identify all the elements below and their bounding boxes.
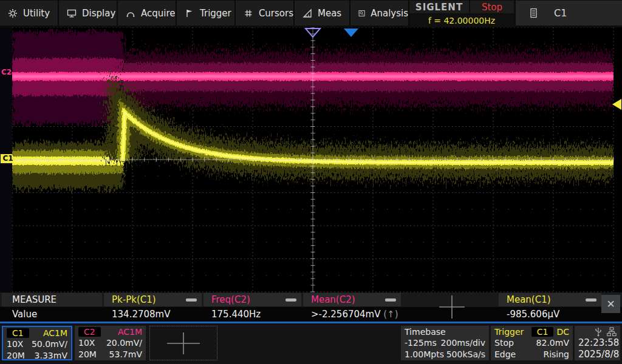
measure-title: MEASURE (2, 293, 102, 306)
trigger-status: Stop (494, 338, 514, 348)
measure-value-label: Value (12, 307, 37, 322)
timebase-delay: -125ms (405, 338, 437, 348)
flag-icon (185, 8, 194, 18)
brand-status-block: SIGLENT Stop f = 42.00000Hz (409, 1, 514, 27)
timebase-samplerate: 500kSa/s (446, 349, 485, 359)
timebase-memory: 1.00Mpts (405, 349, 444, 359)
c1-chip: C1 (7, 328, 29, 338)
c1-probe: 10X (7, 339, 23, 349)
channel-box-c1[interactable]: C1AC1M 10X50.0mV/ 20M3.33mV (2, 326, 72, 360)
menu-acquire[interactable]: Acquire (118, 1, 177, 25)
top-menu-bar: Utility Display Acquire Trigger Cursors … (0, 0, 622, 27)
measure-value-mean-c1: -985.606µV (507, 307, 559, 322)
menu-cursors[interactable]: Cursors (236, 1, 295, 25)
c2-vdiv: 20.0mV/ (106, 338, 142, 348)
oscilloscope-screen: Utility Display Acquire Trigger Cursors … (0, 0, 622, 364)
trigger-coupling: DC (556, 327, 569, 337)
c2-chip: C2 (78, 327, 101, 337)
measure-item-mean-c1[interactable]: Mean(C1) (499, 293, 601, 306)
measure-strip: MEASURE Pk-Pk(C1) Freq(C2) Mean(C2) Mean… (0, 292, 622, 322)
lan-icon (607, 327, 617, 337)
timebase-title: Timebase (405, 327, 446, 337)
trigger-position-marker[interactable] (306, 29, 320, 37)
usb-icon (594, 327, 603, 337)
c1-bandwidth: 20M (7, 351, 25, 360)
waveform-area: C2▸ C1 (0, 27, 622, 292)
timebase-box[interactable]: Timebase -125ms200ms/div 1.00Mpts500kSa/… (401, 326, 489, 360)
trigger-title: Trigger (494, 327, 524, 337)
remove-measure-icon[interactable] (285, 298, 296, 302)
measure-value-pkpk-c1: 134.2708mV (112, 307, 170, 322)
menu-analysis[interactable]: Analysis (350, 1, 409, 25)
trigger-type: Edge (494, 349, 516, 359)
measure-item-pkpk-c1[interactable]: Pk-Pk(C1) (104, 293, 202, 306)
menu-acquire-label: Acquire (141, 8, 176, 19)
clock-time: 22:23:58 (578, 337, 617, 349)
clock-date: 2025/8/8 (578, 349, 617, 360)
c2-trace-label[interactable]: C2▸ (1, 68, 15, 78)
trend-up-icon: (↑) (383, 309, 398, 320)
measure-header-row: MEASURE Pk-Pk(C1) Freq(C2) Mean(C2) Mean… (0, 292, 622, 307)
trigger-box[interactable]: TriggerC1DC Stop82.0mV EdgeRising (491, 326, 573, 360)
acquire-icon (126, 8, 135, 18)
siglent-logo: SIGLENT (409, 1, 469, 13)
add-channel-button[interactable] (149, 326, 217, 360)
active-channel-label: C1 (554, 7, 567, 19)
close-measure-icon[interactable]: ✕ (601, 295, 620, 313)
c2-offset: 53.7mV (109, 349, 142, 359)
measure-item-mean-c2[interactable]: Mean(C2) (303, 293, 401, 306)
measure-item-freq-c2[interactable]: Freq(C2) (203, 293, 301, 306)
trigger-level: 82.0mV (536, 338, 569, 348)
menu-display-label: Display (82, 8, 115, 19)
display-icon (67, 8, 77, 18)
menu-meas-label: Meas (318, 8, 341, 19)
menu-utility[interactable]: Utility (0, 1, 59, 25)
c1-vdiv: 50.0mV/ (32, 339, 67, 349)
measure-value-mean-c2: >-2.256704mV (↑) (311, 307, 398, 322)
remove-measure-icon[interactable] (186, 298, 197, 302)
c1-offset: 3.33mV (35, 351, 67, 360)
c1-coupling: AC1M (43, 328, 67, 338)
trigger-delay-marker[interactable] (344, 29, 358, 37)
measure-value-freq-c2: 175.440Hz (211, 307, 261, 322)
menu-utility-label: Utility (23, 8, 50, 19)
plus-icon (165, 331, 202, 356)
menu-trigger[interactable]: Trigger (177, 1, 236, 25)
trigger-slope: Rising (543, 349, 569, 359)
c2-probe: 10X (78, 338, 95, 348)
frequency-counter: f = 42.00000Hz (409, 15, 514, 27)
active-channel-indicator[interactable]: C1 (516, 1, 622, 25)
menu-trigger-label: Trigger (200, 8, 231, 19)
waveform-svg (0, 27, 622, 292)
menu-display[interactable]: Display (59, 1, 118, 25)
gear-icon (8, 8, 18, 18)
measure-value-row: Value 134.2708mV 175.440Hz >-2.256704mV … (0, 307, 622, 322)
trigger-source-chip: C1 (531, 327, 554, 337)
remove-measure-icon[interactable] (385, 298, 396, 302)
clock-box: 22:23:58 2025/8/8 (575, 326, 620, 360)
acquisition-status[interactable]: Stop (470, 1, 514, 13)
menu-analysis-label: Analysis (371, 8, 408, 19)
channel-box-c2[interactable]: C2AC1M 10X20.0mV/ 20M53.7mV (75, 326, 146, 360)
channel-list-icon (529, 8, 538, 18)
menu-cursors-label: Cursors (259, 8, 293, 19)
cursors-icon (244, 8, 253, 18)
magnifier-icon (358, 8, 365, 18)
remove-measure-icon[interactable] (586, 298, 596, 302)
add-measurement-button[interactable] (438, 294, 466, 320)
timebase-scale: 200ms/div (441, 338, 485, 348)
menu-meas[interactable]: Meas (295, 1, 350, 25)
ruler-triangle-icon (302, 8, 312, 18)
c2-coupling: AC1M (118, 327, 142, 337)
c2-arrow-icon: ▸ (12, 70, 15, 76)
bottom-status-bar: C1AC1M 10X50.0mV/ 20M3.33mV C2AC1M 10X20… (0, 323, 622, 364)
c2-bandwidth: 20M (78, 349, 97, 359)
